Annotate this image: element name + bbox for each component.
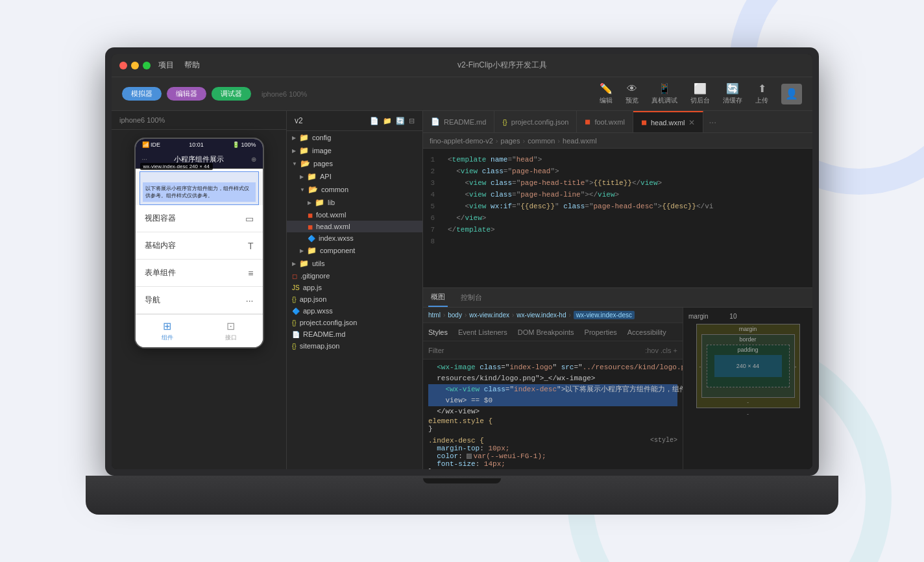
phone-more: ⊕ [251,156,256,163]
dom-crumb-body[interactable]: body [448,312,462,319]
phone-menu-formcomponent[interactable]: 表单组件 ≡ [136,260,263,287]
bm-content: 240 × 44 [714,355,782,377]
tree-item-sitemap[interactable]: {} sitemap.json [287,340,422,352]
background-label: 切后台 [690,96,710,105]
phone-menu-basiccontent[interactable]: 基础内容 T [136,232,263,260]
toolbar-clearcache[interactable]: 🔄 清缓存 [723,82,742,105]
preview-label: 预览 [626,96,638,105]
menu-item-help[interactable]: 帮助 [184,60,200,71]
simulator-tab[interactable]: 模拟器 [122,87,162,101]
tree-label-config: config [312,134,331,141]
tab-project-config[interactable]: {} project.config.json [494,111,577,132]
tree-item-common[interactable]: ▼ 📂 common [287,183,422,196]
toolbar-realdevice[interactable]: 📱 真机调试 [651,82,677,105]
phone-highlight-label: wx-view.index-desc 240 × 44 [140,163,213,170]
dom-crumb-html[interactable]: html [428,312,441,319]
code-line-7: </template> [443,224,812,236]
tree-item-index-wxss[interactable]: 🔷 index.wxss [287,232,422,244]
tree-item-gitignore[interactable]: ◻ .gitignore [287,270,422,282]
toolbar-background[interactable]: ⬜ 切后台 [690,82,710,105]
tab-more-button[interactable]: ··· [703,111,722,132]
style-selector-element: element.style { [428,417,492,425]
toolbar-preview[interactable]: 👁 预览 [626,83,638,105]
styles-tab-accessibility[interactable]: Accessibility [627,328,666,336]
tree-item-app-wxss[interactable]: 🔷 app.wxss [287,305,422,317]
code-content[interactable]: <template name="head"> <view class="page… [443,149,812,252]
phone-menu-label-3: 表单组件 [145,267,176,278]
device-info: iphone6 100% [261,90,307,98]
phone-device: 📶 IDE 10:01 🔋 100% ··· 小程序组件展示 ⊕ [134,138,264,348]
file-icon-gitignore: ◻ [292,273,297,280]
tree-item-head-wxml[interactable]: ◼ head.wxml [287,221,422,232]
styles-tab-styles[interactable]: Styles [428,328,448,336]
menu-item-project[interactable]: 项目 [158,60,174,71]
filetree-action-new-file[interactable]: 📄 [370,117,379,125]
toolbar-edit[interactable]: ✏️ 编辑 [600,82,613,105]
simulator-label: 模拟器 [122,87,162,101]
tree-item-pages[interactable]: ▼ 📂 pages [287,157,422,170]
phone-nav-api[interactable]: ⊡ 接口 [225,320,237,342]
styles-filter-input[interactable] [428,347,645,354]
tab-foot-wxml[interactable]: ◼ foot.wxml [577,111,633,132]
dom-crumb-index[interactable]: wx-view.index [469,312,509,319]
devtools-dom-code[interactable]: <wx-image class="index-logo" src="../res… [423,360,683,413]
phone-highlight-area: wx-view.index-desc 240 × 44 以下将展示小程序官方组件… [140,171,259,205]
filetree-root-label: v2 [295,116,303,125]
tree-item-config[interactable]: ▶ 📁 config [287,131,422,144]
filetree-action-collapse[interactable]: ⊟ [409,117,415,125]
styles-tab-eventlisteners[interactable]: Event Listeners [458,328,507,336]
filetree-action-refresh[interactable]: 🔄 [396,117,405,125]
tab-readme[interactable]: 📄 README.md [423,111,494,132]
code-editor-area[interactable]: 12345678 <template name="head"> <view cl… [423,149,812,287]
filetree-action-new-folder[interactable]: 📁 [383,117,392,125]
editor-tab[interactable]: 编辑器 [167,87,206,101]
dom-crumb-index-hd[interactable]: wx-view.index-hd [517,312,566,319]
tree-label-sitemap: sitemap.json [300,342,340,350]
component-icon: ⊞ [163,320,171,332]
styles-filter[interactable]: :hov .cls + [423,341,683,360]
tree-arrow-api: ▶ [300,174,304,180]
phone-menu-nav[interactable]: 导航 ··· [136,287,263,314]
tree-item-component[interactable]: ▶ 📁 component [287,244,422,257]
folder-icon-lib: 📁 [315,198,324,207]
devtab-overview[interactable]: 概图 [428,288,448,307]
tree-arrow-config: ▶ [292,135,296,141]
file-icon-readme: 📄 [292,331,300,338]
tree-item-utils[interactable]: ▶ 📁 utils [287,257,422,270]
user-avatar[interactable]: 👤 [781,84,802,104]
dom-line-1: <wx-image class="index-logo" src="../res… [428,362,677,373]
folder-icon-utils: 📁 [299,259,309,268]
phone-nav-component[interactable]: ⊞ 组件 [162,320,173,342]
folder-icon-config: 📁 [299,133,309,142]
styles-tab-dombreakpoints[interactable]: DOM Breakpoints [518,328,574,336]
phone-container: 📶 IDE 10:01 🔋 100% ··· 小程序组件展示 ⊕ [112,130,286,469]
phone-menu-viewcontainer[interactable]: 视图容器 ▭ [136,205,263,232]
minimize-button[interactable] [131,62,139,69]
toolbar-upload[interactable]: ⬆ 上传 [755,82,768,105]
devtools-boxmodel: margin 10 margin - - - - [683,308,812,469]
box-model: margin - - - - border [696,324,800,408]
tab-head-wxml[interactable]: ◼ head.wxml ✕ [633,111,704,132]
tree-item-app-json[interactable]: {} app.json [287,293,422,305]
style-close-indexdesc: } [428,468,433,470]
tree-item-api[interactable]: ▶ 📁 API [287,170,422,183]
maximize-button[interactable] [143,62,151,69]
close-button[interactable] [119,62,127,69]
ide-main: iphone6 100% 📶 IDE 10:01 🔋 100% [112,111,812,469]
devtab-console[interactable]: 控制台 [458,288,485,307]
styles-tab-properties[interactable]: Properties [585,328,617,336]
tree-item-app-js[interactable]: JS app.js [287,282,422,293]
dom-breadcrumb: html › body › wx-view.index › wx-view.in… [423,308,683,323]
tree-item-foot-wxml[interactable]: ◼ foot.wxml [287,209,422,221]
api-icon: ⊡ [226,320,235,332]
code-line-6: </view> [443,212,812,224]
tree-item-lib[interactable]: ▶ 📁 lib [287,196,422,209]
code-line-8 [443,236,812,247]
tree-item-project-config[interactable]: {} project.config.json [287,317,422,328]
dom-crumb-index-desc[interactable]: wx-view.index-desc [574,311,635,319]
tree-item-image[interactable]: ▶ 📁 image [287,144,422,157]
debug-tab[interactable]: 调试器 [212,87,251,101]
tab-head-close[interactable]: ✕ [688,118,695,127]
dom-line-2: resources/kind/logo.png">_</wx-image> [428,373,677,384]
tree-item-readme[interactable]: 📄 README.md [287,328,422,340]
